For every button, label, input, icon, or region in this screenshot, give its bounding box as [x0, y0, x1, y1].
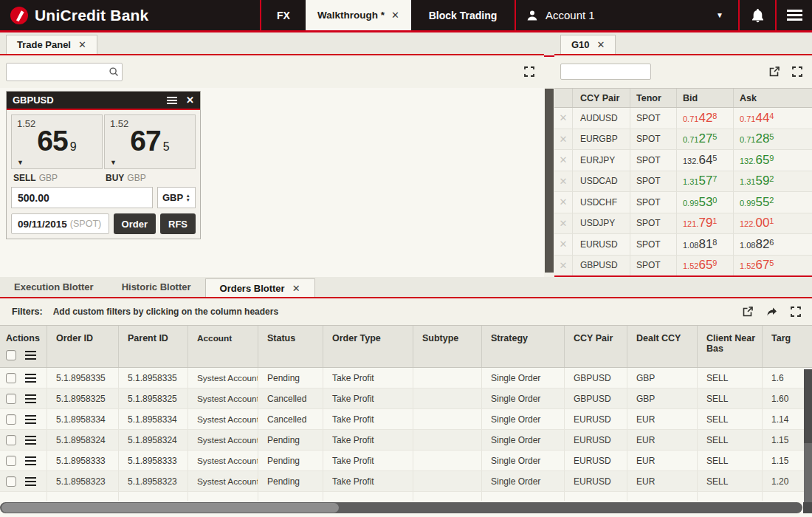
tab-block-trading[interactable]: Block Trading [411, 0, 515, 30]
popout-icon[interactable] [768, 66, 780, 78]
col-account[interactable]: Account [188, 326, 258, 367]
quote-row[interactable]: ✕EURUSDSPOT1.088181.08826 [554, 234, 812, 256]
col-tenor[interactable]: Tenor [630, 89, 677, 107]
search-input[interactable] [6, 63, 123, 81]
remove-quote-icon[interactable]: ✕ [560, 112, 568, 123]
bid-price[interactable]: 1.31577 [677, 171, 734, 192]
quote-row[interactable]: ✕USDCHFSPOT0.995300.99552 [554, 192, 812, 213]
ask-price[interactable]: 122.001 [734, 213, 812, 234]
share-icon[interactable] [765, 306, 778, 318]
ask-price[interactable]: 1.31592 [734, 171, 812, 192]
bid-price[interactable]: 0.71428 [677, 108, 734, 129]
row-checkbox[interactable] [6, 456, 16, 466]
ask-price[interactable]: 132.659 [734, 150, 812, 171]
col-ccy-pair[interactable]: CCY Pair [573, 89, 630, 107]
menu-button[interactable] [775, 0, 812, 30]
horizontal-scrollbar[interactable] [0, 502, 802, 513]
row-checkbox[interactable] [6, 414, 16, 425]
order-row[interactable]: 5.1.89583235.1.8958323Systest Account 1P… [0, 471, 812, 492]
sell-price-tile[interactable]: 1.52 65 9 ▼ [11, 114, 103, 169]
col-order-type[interactable]: Order Type [323, 326, 413, 367]
buy-price-tile[interactable]: 1.52 67 5 ▼ [104, 114, 196, 169]
order-row[interactable]: 5.1.89583245.1.8958324Systest Account 1P… [0, 430, 812, 451]
select-all-checkbox[interactable] [6, 350, 16, 360]
col-client-near-base[interactable]: Client Near Bas [698, 326, 763, 367]
order-row[interactable]: 5.1.89583345.1.8958334Systest Account 1C… [0, 409, 812, 430]
col-bid[interactable]: Bid [677, 89, 734, 107]
order-row[interactable]: 5.1.89583255.1.8958325Systest Account 1C… [0, 388, 812, 409]
quote-row[interactable]: ✕EURJPYSPOT132.645132.659 [554, 150, 812, 171]
row-menu-icon[interactable] [25, 436, 36, 445]
quote-row[interactable]: ✕GBPUSDSPOT1.526591.52675 [554, 256, 812, 277]
fullscreen-icon[interactable] [523, 66, 535, 78]
ask-price[interactable]: 0.71285 [734, 129, 812, 150]
bid-price[interactable]: 1.52659 [677, 256, 734, 276]
fullscreen-icon[interactable] [791, 66, 803, 78]
tab-walkthrough[interactable]: Walkthrough * ✕ [306, 0, 411, 30]
col-dealt-ccy[interactable]: Dealt CCY [627, 326, 698, 367]
remove-quote-icon[interactable]: ✕ [560, 154, 568, 165]
amount-input[interactable] [11, 187, 153, 208]
row-checkbox[interactable] [6, 394, 16, 404]
tab-execution-blotter[interactable]: Execution Blotter [0, 277, 108, 297]
bid-price[interactable]: 121.791 [677, 213, 734, 234]
quote-row[interactable]: ✕USDCADSPOT1.315771.31592 [554, 171, 812, 193]
col-ask[interactable]: Ask [734, 89, 812, 107]
tab-trade-panel[interactable]: Trade Panel ✕ [6, 35, 97, 54]
ask-price[interactable]: 1.52675 [734, 256, 812, 276]
tab-historic-blotter[interactable]: Historic Blotter [108, 277, 205, 297]
popout-icon[interactable] [742, 306, 754, 318]
search-input[interactable] [560, 64, 651, 80]
chevron-down-icon[interactable]: ▼ [110, 159, 117, 166]
widget-close-icon[interactable]: ✕ [186, 95, 194, 106]
remove-quote-icon[interactable]: ✕ [560, 176, 568, 187]
scrollbar-thumb[interactable] [1, 503, 339, 513]
col-status[interactable]: Status [258, 326, 323, 367]
quote-row[interactable]: ✕USDJPYSPOT121.791122.001 [554, 213, 812, 235]
col-strategy[interactable]: Strategy [482, 326, 565, 367]
fullscreen-icon[interactable] [790, 306, 802, 318]
row-checkbox[interactable] [6, 476, 16, 487]
quote-row[interactable]: ✕AUDUSDSPOT0.714280.71444 [554, 108, 812, 129]
rfs-button[interactable]: RFS [160, 213, 196, 234]
chevron-down-icon[interactable]: ▼ [17, 159, 24, 166]
vertical-scrollbar[interactable] [804, 369, 812, 502]
scrollbar-thumb[interactable] [804, 369, 812, 443]
account-selector[interactable]: Account 1 ▼ [515, 0, 738, 30]
col-subtype[interactable]: Subtype [413, 326, 482, 367]
col-actions[interactable]: Actions [0, 326, 47, 367]
bid-price[interactable]: 0.71275 [677, 129, 734, 150]
order-row[interactable]: 5.1.89583355.1.8958335Systest Account 1P… [0, 368, 812, 388]
row-menu-icon[interactable] [25, 394, 36, 403]
col-order-id[interactable]: Order ID [47, 326, 119, 367]
bid-price[interactable]: 1.08818 [677, 234, 734, 255]
row-menu-icon[interactable] [25, 456, 36, 465]
tab-g10[interactable]: G10 ✕ [560, 35, 616, 54]
tab-orders-blotter[interactable]: Orders Blotter ✕ [205, 278, 315, 297]
actions-menu-icon[interactable] [25, 351, 36, 360]
settlement-date-input[interactable]: 09/11/2015 (SPOT) [11, 213, 109, 234]
col-target[interactable]: Targ [763, 326, 812, 367]
remove-quote-icon[interactable]: ✕ [560, 196, 568, 208]
bid-price[interactable]: 0.99530 [677, 192, 734, 213]
ask-price[interactable]: 1.08826 [734, 234, 812, 255]
ask-price[interactable]: 0.99552 [734, 192, 812, 213]
quote-row[interactable]: ✕EURGBPSPOT0.712750.71285 [554, 129, 812, 151]
remove-quote-icon[interactable]: ✕ [560, 239, 568, 250]
remove-quote-icon[interactable]: ✕ [560, 260, 568, 271]
close-icon[interactable]: ✕ [391, 10, 399, 21]
remove-quote-icon[interactable]: ✕ [560, 218, 568, 229]
order-row[interactable]: 5.1.89583335.1.8958333Systest Account 1P… [0, 451, 812, 471]
row-menu-icon[interactable] [25, 477, 36, 486]
close-icon[interactable]: ✕ [597, 39, 605, 50]
row-menu-icon[interactable] [25, 415, 36, 424]
widget-menu-icon[interactable] [167, 97, 177, 104]
notifications-button[interactable] [738, 0, 775, 30]
nav-fx[interactable]: FX [260, 0, 306, 30]
row-checkbox[interactable] [6, 373, 16, 383]
col-parent-id[interactable]: Parent ID [119, 326, 188, 367]
close-icon[interactable]: ✕ [292, 283, 300, 294]
bid-price[interactable]: 132.645 [677, 150, 734, 171]
vertical-scrollbar[interactable] [545, 89, 554, 273]
remove-quote-icon[interactable]: ✕ [560, 134, 568, 145]
